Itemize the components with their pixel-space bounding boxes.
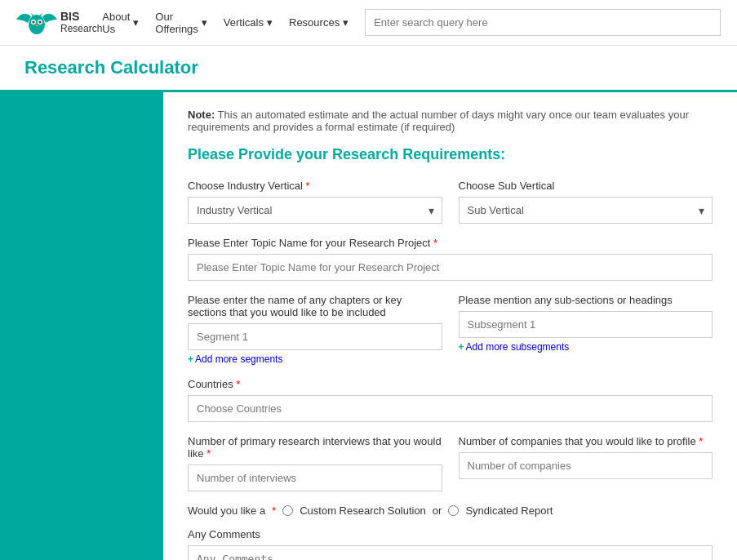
form-area: Note: This an automated estimate and the…: [163, 92, 737, 560]
search-input[interactable]: [365, 9, 721, 36]
chevron-down-icon: ▾: [202, 16, 207, 29]
add-subsegments-link[interactable]: Add more subsegments: [459, 341, 570, 353]
companies-input[interactable]: [459, 452, 713, 479]
segments-row: Please enter the name of any chapters or…: [188, 294, 713, 365]
sub-vertical-group: Choose Sub Vertical Sub Vertical: [459, 180, 713, 224]
nav-about-us[interactable]: About Us ▾: [102, 11, 139, 35]
vertical-row: Choose Industry Vertical * Industry Vert…: [188, 180, 713, 224]
segment-input[interactable]: [188, 323, 442, 350]
industry-vertical-label: Choose Industry Vertical *: [188, 180, 442, 192]
add-segments-link[interactable]: Add more segments: [188, 353, 282, 365]
countries-row: Countries *: [188, 378, 713, 422]
subsegment-input[interactable]: [459, 311, 713, 338]
radio-syndicated-label: Syndicated Report: [465, 504, 553, 517]
radio-or: or: [433, 504, 442, 517]
svg-point-4: [39, 20, 42, 23]
sub-vertical-select[interactable]: Sub Vertical: [459, 197, 713, 224]
radio-syndicated[interactable]: [448, 505, 459, 516]
form-heading: Please Provide your Research Requirement…: [188, 146, 713, 163]
sub-vertical-wrapper: Sub Vertical: [459, 197, 713, 224]
comments-label: Any Comments: [188, 528, 713, 540]
note-box: Note: This an automated estimate and the…: [188, 109, 713, 133]
nav-our-offerings[interactable]: Our Offerings ▾: [155, 11, 207, 35]
note-text: This an automated estimate and the actua…: [188, 109, 689, 133]
companies-group: Number of companies that you would like …: [459, 435, 713, 491]
companies-label: Number of companies that you would like …: [459, 435, 713, 447]
interviews-companies-row: Number of primary research interviews th…: [188, 435, 713, 491]
comments-group: Any Comments: [188, 528, 713, 560]
logo: BIS Research: [16, 8, 102, 38]
main-nav: About Us ▾ Our Offerings ▾ Verticals ▾ R…: [102, 11, 349, 35]
radio-prefix: Would you like a: [188, 504, 265, 517]
radio-custom-label: Custom Research Solution: [300, 504, 426, 517]
subsections-group: Please mention any sub-sections or headi…: [459, 294, 713, 365]
logo-research: Research: [60, 24, 102, 34]
countries-label: Countries *: [188, 378, 713, 390]
page-title-bar: Research Calculator: [0, 46, 737, 92]
interviews-label: Number of primary research interviews th…: [188, 435, 442, 460]
industry-vertical-wrapper: Industry Vertical: [188, 197, 442, 224]
left-sidebar: [0, 92, 163, 560]
interviews-group: Number of primary research interviews th…: [188, 435, 442, 491]
topic-label: Please Enter Topic Name for your Researc…: [188, 237, 713, 249]
chevron-down-icon: ▾: [267, 16, 273, 29]
logo-bis: BIS: [60, 11, 102, 23]
subsections-label: Please mention any sub-sections or headi…: [459, 294, 713, 306]
chapters-label: Please enter the name of any chapters or…: [188, 294, 442, 318]
topic-input[interactable]: [188, 254, 713, 281]
nav-resources[interactable]: Resources ▾: [289, 16, 349, 29]
countries-input[interactable]: [188, 395, 713, 422]
topic-group: Please Enter Topic Name for your Researc…: [188, 237, 713, 281]
page-title: Research Calculator: [24, 57, 713, 78]
industry-vertical-select[interactable]: Industry Vertical: [188, 197, 442, 224]
header: BIS Research About Us ▾ Our Offerings ▾ …: [0, 0, 737, 46]
logo-text: BIS Research: [60, 11, 102, 34]
countries-group: Countries *: [188, 378, 713, 422]
radio-row: Would you like a * Custom Research Solut…: [188, 504, 713, 517]
svg-point-3: [33, 20, 35, 23]
industry-vertical-group: Choose Industry Vertical * Industry Vert…: [188, 180, 442, 224]
chevron-down-icon: ▾: [343, 16, 349, 29]
logo-icon: [16, 8, 57, 38]
comments-row: Any Comments: [188, 528, 713, 560]
sub-vertical-label: Choose Sub Vertical: [459, 180, 713, 192]
nav-verticals[interactable]: Verticals ▾: [224, 16, 273, 29]
interviews-input[interactable]: [188, 464, 442, 491]
chapters-group: Please enter the name of any chapters or…: [188, 294, 442, 365]
required-marker: *: [306, 180, 310, 192]
note-label: Note:: [188, 109, 215, 121]
chevron-down-icon: ▾: [133, 16, 139, 29]
radio-custom[interactable]: [282, 505, 293, 516]
topic-row: Please Enter Topic Name for your Researc…: [188, 237, 713, 281]
comments-textarea[interactable]: [188, 545, 713, 560]
main-content: Note: This an automated estimate and the…: [0, 92, 737, 560]
